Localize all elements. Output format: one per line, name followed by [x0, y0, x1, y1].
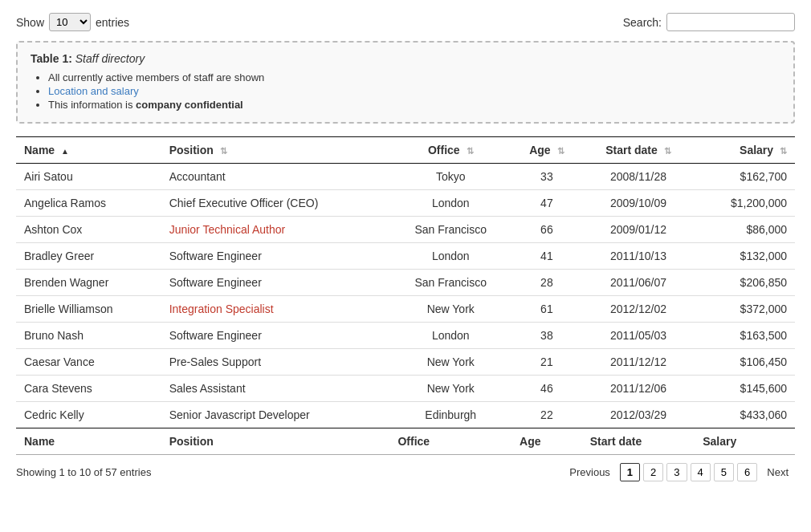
table-title-label: Table 1:	[31, 52, 72, 65]
cell-name: Bruno Nash	[16, 323, 161, 349]
cell-name: Caesar Vance	[16, 349, 161, 376]
info-list: All currently active members of staff ar…	[31, 71, 780, 111]
col-header-position[interactable]: Position	[161, 137, 390, 164]
cell-name: Angelica Ramos	[16, 190, 161, 217]
sort-icon-position	[220, 146, 227, 156]
cell-age: 66	[511, 217, 582, 243]
cell-office: Tokyo	[389, 164, 511, 190]
cell-name: Cedric Kelly	[16, 402, 161, 428]
entries-select[interactable]: 10 25 50 100	[49, 13, 91, 31]
table-header-row: Name Position Office Age Start date Sala…	[16, 137, 795, 164]
cell-age: 22	[511, 402, 582, 428]
search-input[interactable]	[666, 13, 795, 31]
info-item-3-bold: company confidential	[136, 99, 243, 111]
cell-position: Software Engineer	[161, 270, 390, 296]
info-box: Table 1: Staff directory All currently a…	[16, 41, 795, 124]
cell-salary: $162,700	[695, 164, 795, 190]
show-entries-control: Show 10 25 50 100 entries	[16, 13, 129, 31]
cell-position: Pre-Sales Support	[161, 349, 390, 376]
cell-salary: $132,000	[695, 243, 795, 270]
table-row: Caesar Vance Pre-Sales Support New York …	[16, 349, 795, 376]
cell-salary: $106,450	[695, 349, 795, 376]
cell-name: Brielle Williamson	[16, 296, 161, 323]
cell-office: New York	[389, 349, 511, 376]
info-item-1: All currently active members of staff ar…	[48, 71, 780, 83]
cell-office: London	[389, 190, 511, 217]
table-row: Angelica Ramos Chief Executive Officer (…	[16, 190, 795, 217]
footer-col-startdate: Start date	[582, 428, 695, 455]
table-title-italic: Staff directory	[75, 52, 145, 65]
page-btn-3[interactable]: 3	[666, 463, 687, 481]
cell-position: Software Engineer	[161, 243, 390, 270]
cell-salary: $206,850	[695, 270, 795, 296]
cell-age: 38	[511, 323, 582, 349]
search-label: Search:	[623, 16, 662, 29]
footer-col-office: Office	[389, 428, 511, 455]
cell-startdate: 2011/10/13	[582, 243, 695, 270]
cell-name: Brenden Wagner	[16, 270, 161, 296]
cell-age: 61	[511, 296, 582, 323]
page-btn-2[interactable]: 2	[643, 463, 663, 481]
table-row: Brielle Williamson Integration Specialis…	[16, 296, 795, 323]
cell-age: 46	[511, 376, 582, 402]
cell-salary: $1,200,000	[695, 190, 795, 217]
cell-office: New York	[389, 296, 511, 323]
page-btn-1[interactable]: 1	[620, 463, 640, 481]
info-item-3-text1: This information is	[48, 99, 136, 111]
col-header-office[interactable]: Office	[389, 137, 511, 164]
table-title: Table 1: Staff directory	[31, 52, 780, 65]
col-header-age[interactable]: Age	[511, 137, 582, 164]
cell-age: 28	[511, 270, 582, 296]
entries-label: entries	[96, 16, 129, 29]
info-item-3: This information is company confidential	[48, 99, 780, 111]
table-footer-row: Name Position Office Age Start date Sala…	[16, 428, 795, 455]
col-header-salary[interactable]: Salary	[695, 137, 795, 164]
show-label: Show	[16, 16, 44, 29]
cell-position: Sales Assistant	[161, 376, 390, 402]
footer-col-name: Name	[16, 428, 161, 455]
cell-office: London	[389, 243, 511, 270]
sort-icon-age	[557, 146, 564, 156]
cell-office: San Francisco	[389, 217, 511, 243]
col-header-name[interactable]: Name	[16, 137, 161, 164]
showing-text: Showing 1 to 10 of 57 entries	[16, 466, 151, 478]
table-row: Bruno Nash Software Engineer London 38 2…	[16, 323, 795, 349]
top-controls: Show 10 25 50 100 entries Search:	[16, 13, 795, 31]
sort-icon-office	[467, 146, 474, 156]
cell-startdate: 2011/06/07	[582, 270, 695, 296]
cell-position: Integration Specialist	[161, 296, 390, 323]
cell-name: Airi Satou	[16, 164, 161, 190]
cell-startdate: 2011/05/03	[582, 323, 695, 349]
sort-icon-name	[61, 147, 69, 156]
table-row: Ashton Cox Junior Technical Author San F…	[16, 217, 795, 243]
cell-salary: $86,000	[695, 217, 795, 243]
table-body: Airi Satou Accountant Tokyo 33 2008/11/2…	[16, 164, 795, 428]
cell-age: 33	[511, 164, 582, 190]
prev-button[interactable]: Previous	[563, 464, 617, 481]
cell-startdate: 2008/11/28	[582, 164, 695, 190]
table-row: Cara Stevens Sales Assistant New York 46…	[16, 376, 795, 402]
page-btn-4[interactable]: 4	[691, 463, 711, 481]
footer-col-position: Position	[161, 428, 390, 455]
cell-salary: $163,500	[695, 323, 795, 349]
cell-name: Ashton Cox	[16, 217, 161, 243]
table-row: Cedric Kelly Senior Javascript Developer…	[16, 402, 795, 428]
cell-salary: $145,600	[695, 376, 795, 402]
cell-age: 21	[511, 349, 582, 376]
cell-position: Junior Technical Author	[161, 217, 390, 243]
col-header-startdate[interactable]: Start date	[582, 137, 695, 164]
page-btn-5[interactable]: 5	[714, 463, 734, 481]
table-row: Brenden Wagner Software Engineer San Fra…	[16, 270, 795, 296]
table-row: Airi Satou Accountant Tokyo 33 2008/11/2…	[16, 164, 795, 190]
cell-office: Edinburgh	[389, 402, 511, 428]
info-item-1-text: All currently active members of staff ar…	[48, 71, 264, 83]
cell-office: San Francisco	[389, 270, 511, 296]
next-button[interactable]: Next	[760, 464, 795, 481]
info-item-2-text: Location and salary	[48, 85, 139, 97]
sort-icon-startdate	[664, 146, 671, 156]
cell-position: Software Engineer	[161, 323, 390, 349]
cell-office: London	[389, 323, 511, 349]
cell-age: 47	[511, 190, 582, 217]
page-btn-6[interactable]: 6	[737, 463, 757, 481]
cell-salary: $372,000	[695, 296, 795, 323]
